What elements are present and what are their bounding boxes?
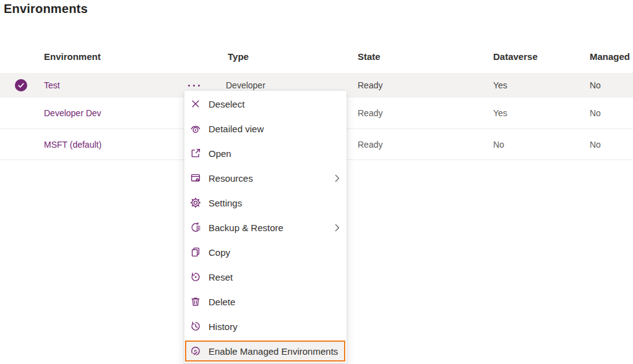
copy-icon: [189, 246, 202, 258]
menu-item-detailed-view[interactable]: Detailed view: [184, 116, 347, 141]
menu-item-label: Settings: [209, 198, 242, 208]
column-header-dataverse[interactable]: Dataverse: [493, 48, 538, 65]
resources-icon: [189, 172, 202, 184]
menu-item-label: Open: [209, 148, 231, 159]
history-icon: [189, 320, 202, 332]
environment-link[interactable]: MSFT (default): [44, 129, 101, 159]
menu-item-resources[interactable]: Resources: [184, 166, 347, 190]
column-header-type[interactable]: Type: [228, 48, 249, 65]
column-header-state[interactable]: State: [358, 48, 381, 65]
page-title: Environments: [4, 2, 88, 16]
menu-item-label: Reset: [209, 272, 233, 282]
managed-environments-icon: [189, 345, 202, 357]
reset-icon: [189, 271, 202, 283]
row-selected-checkmark-icon[interactable]: [15, 79, 27, 91]
menu-item-deselect[interactable]: Deselect: [184, 91, 347, 116]
menu-item-label: Deselect: [209, 99, 244, 109]
delete-icon: [189, 295, 202, 308]
menu-item-backup-restore[interactable]: Backup & Restore: [184, 215, 347, 240]
open-icon: [189, 147, 202, 159]
column-header-environment[interactable]: Environment: [44, 48, 101, 65]
dismiss-icon: [189, 98, 202, 110]
submenu-chevron-icon: [335, 224, 340, 232]
state-cell: Ready: [358, 98, 382, 129]
menu-item-label: Delete: [209, 297, 235, 307]
dataverse-cell: Yes: [493, 98, 507, 129]
menu-item-settings[interactable]: Settings: [184, 190, 347, 215]
column-header-managed[interactable]: Managed: [590, 48, 630, 65]
dataverse-cell: Yes: [493, 73, 507, 98]
menu-item-reset[interactable]: Reset: [184, 265, 347, 289]
menu-item-label: History: [209, 321, 238, 332]
menu-item-label: Resources: [209, 173, 253, 184]
detailed-view-icon: [189, 122, 202, 135]
managed-cell: No: [590, 129, 601, 159]
menu-item-label: Backup & Restore: [209, 222, 283, 233]
menu-item-delete[interactable]: Delete: [184, 289, 347, 314]
menu-item-copy[interactable]: Copy: [184, 240, 347, 265]
state-cell: Ready: [358, 73, 382, 98]
menu-item-label: Detailed view: [209, 124, 264, 134]
table-header: Environment Type State Dataverse Managed: [0, 48, 633, 65]
submenu-chevron-icon: [335, 174, 340, 182]
backup-restore-icon: [189, 221, 202, 234]
environment-link[interactable]: Test: [44, 73, 60, 98]
dataverse-cell: No: [493, 129, 504, 159]
environment-link[interactable]: Developer Dev: [44, 98, 101, 129]
managed-cell: No: [590, 73, 601, 98]
menu-item-history[interactable]: History: [184, 314, 347, 339]
settings-icon: [189, 197, 202, 209]
menu-item-open[interactable]: Open: [184, 141, 347, 166]
state-cell: Ready: [358, 129, 382, 159]
context-menu: Deselect Detailed view Open: [184, 91, 347, 363]
menu-item-enable-managed-environments[interactable]: Enable Managed Environments: [185, 341, 345, 362]
managed-cell: No: [590, 98, 601, 129]
menu-item-label: Copy: [209, 247, 230, 258]
menu-item-label: Enable Managed Environments: [209, 346, 338, 357]
